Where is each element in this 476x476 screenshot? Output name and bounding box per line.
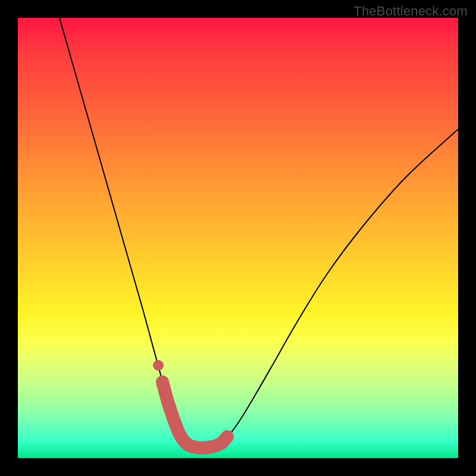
plot-area (18, 18, 458, 458)
bottleneck-curve (60, 18, 458, 448)
highlight-dot (153, 360, 164, 371)
highlight-u-segment (162, 382, 227, 448)
curve-svg (18, 18, 458, 458)
watermark-label: TheBottleneck.com (353, 4, 468, 19)
